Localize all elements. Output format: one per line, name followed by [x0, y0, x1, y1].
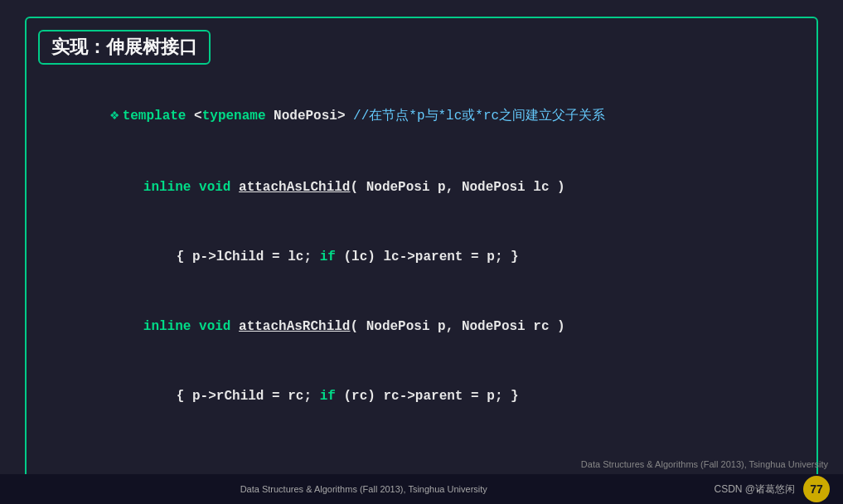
- title-box: 实现：伸展树接口: [38, 30, 211, 65]
- slide-title: 实现：伸展树接口: [51, 36, 197, 57]
- main-content-border: 实现：伸展树接口 ❖template <typename NodePosi> /…: [25, 17, 818, 504]
- bottom-bar: Data Structures & Algorithms (Fall 2013)…: [0, 474, 843, 504]
- bottom-center-label: Data Structures & Algorithms (Fall 2013)…: [240, 484, 487, 494]
- content-area: ❖template <typename NodePosi> //在节点*p与*l…: [38, 80, 800, 504]
- watermark-label: Data Structures & Algorithms (Fall 2013)…: [581, 459, 828, 469]
- code-line-1: ❖template <typename NodePosi> //在节点*p与*l…: [46, 80, 800, 153]
- bullet-1: ❖: [110, 107, 119, 124]
- slide-container: 实现：伸展树接口 ❖template <typename NodePosi> /…: [0, 0, 843, 504]
- slide-number: 77: [803, 476, 830, 502]
- code-line-5: { p->rChild = rc; if (rc) rc->parent = p…: [46, 361, 800, 431]
- kw-template-1: template: [123, 109, 187, 124]
- code-line-2: inline void attachAsLChild( NodePosi p, …: [46, 153, 800, 222]
- blank-line-1: [46, 431, 800, 454]
- code-line-3: { p->lChild = lc; if (lc) lc->parent = p…: [46, 222, 800, 292]
- csdn-label: CSDN @诸葛悠闲: [714, 482, 795, 497]
- code-line-4: inline void attachAsRChild( NodePosi p, …: [46, 292, 800, 361]
